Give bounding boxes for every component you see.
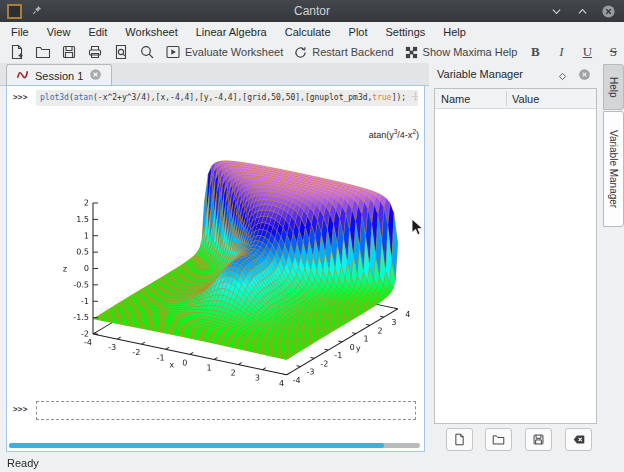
- show-maxima-help-label: Show Maxima Help: [423, 46, 518, 58]
- plot3d-surface-canvas: [40, 155, 424, 405]
- command-input[interactable]: plot3d(atan(-x^2+y^3/4),[x,-4,4],[y,-4,4…: [36, 90, 418, 106]
- load-variables-button[interactable]: [485, 428, 512, 451]
- mouse-cursor: [411, 218, 424, 241]
- strikeout-button[interactable]: S: [602, 42, 624, 62]
- variable-manager-panel: Variable Manager Name Value: [429, 62, 602, 455]
- empty-entry-prompt: >>>: [13, 405, 27, 414]
- clear-variables-button[interactable]: [565, 428, 592, 451]
- restart-backend-label: Restart Backend: [312, 46, 393, 58]
- plot-title: atan(y3/4-x2): [369, 128, 419, 140]
- panel-title: Variable Manager: [437, 68, 523, 80]
- save-button[interactable]: [58, 42, 80, 62]
- horizontal-scrollbar[interactable]: [9, 443, 420, 448]
- menu-linear-algebra[interactable]: Linear Algebra: [187, 24, 276, 40]
- command-prompt: >>>: [13, 93, 27, 102]
- side-tab-strip: Help Variable Manager: [602, 62, 624, 455]
- side-tab-help[interactable]: Help: [603, 64, 624, 110]
- command-token: (-x^2+y^3/4),[x,-4,4],[y,-4,4],[grid,50,…: [93, 93, 372, 102]
- evaluate-worksheet-label: Evaluate Worksheet: [185, 46, 283, 58]
- toolbar: Evaluate Worksheet Restart Backend Show …: [0, 41, 624, 63]
- horizontal-scrollbar-thumb[interactable]: [9, 443, 384, 448]
- drag-entry-icon[interactable]: [411, 94, 418, 103]
- menu-help[interactable]: Help: [434, 24, 475, 40]
- search-icon[interactable]: [136, 42, 158, 62]
- underline-button[interactable]: U: [576, 42, 598, 62]
- menu-plot[interactable]: Plot: [340, 24, 377, 40]
- open-button[interactable]: [32, 42, 54, 62]
- menu-settings[interactable]: Settings: [377, 24, 435, 40]
- command-token: true: [372, 93, 391, 102]
- command-token: atan: [74, 93, 93, 102]
- maxima-icon: [16, 68, 29, 83]
- menu-worksheet[interactable]: Worksheet: [116, 24, 186, 40]
- pin-icon[interactable]: [31, 2, 43, 20]
- panel-float-icon[interactable]: [557, 68, 568, 86]
- minimize-button[interactable]: [548, 3, 564, 19]
- cantor-window: Cantor File View Edit Worksheet Linear A…: [0, 0, 624, 472]
- command-token: plot3d: [40, 93, 69, 102]
- menu-file[interactable]: File: [2, 24, 38, 40]
- tab-label: Session 1: [35, 70, 83, 82]
- new-variable-button[interactable]: [446, 428, 473, 451]
- empty-entry-input[interactable]: [36, 401, 416, 420]
- menu-view[interactable]: View: [38, 24, 80, 40]
- new-worksheet-button[interactable]: [6, 42, 28, 62]
- command-token: ]);: [392, 93, 406, 102]
- tabbar: Session 1: [0, 63, 429, 86]
- restart-backend-button[interactable]: Restart Backend: [290, 43, 396, 62]
- window-title: Cantor: [0, 4, 624, 18]
- column-header-name[interactable]: Name: [435, 93, 506, 105]
- column-divider[interactable]: [506, 91, 507, 106]
- panel-header: Variable Manager: [429, 62, 602, 86]
- print-button[interactable]: [84, 42, 106, 62]
- titlebar: Cantor: [0, 0, 624, 22]
- evaluate-worksheet-button[interactable]: Evaluate Worksheet: [162, 42, 286, 62]
- menubar: File View Edit Worksheet Linear Algebra …: [0, 22, 624, 41]
- tab-session-1[interactable]: Session 1: [6, 64, 112, 86]
- maximize-button[interactable]: [574, 3, 590, 19]
- panel-close-icon[interactable]: [578, 67, 591, 85]
- status-text: Ready: [7, 457, 39, 469]
- side-tab-variable-manager[interactable]: Variable Manager: [603, 111, 624, 227]
- italic-button[interactable]: I: [550, 42, 572, 62]
- menu-calculate[interactable]: Calculate: [276, 24, 340, 40]
- show-maxima-help-button[interactable]: Show Maxima Help: [401, 43, 521, 62]
- column-header-value[interactable]: Value: [506, 93, 539, 105]
- close-button[interactable]: [600, 3, 616, 19]
- tab-close-icon[interactable]: [89, 68, 102, 83]
- variables-table: Name Value: [434, 88, 597, 424]
- menu-edit[interactable]: Edit: [79, 24, 116, 40]
- variables-table-header: Name Value: [435, 89, 596, 109]
- statusbar: Ready: [0, 454, 624, 472]
- worksheet: >>> plot3d(atan(-x^2+y^3/4),[x,-4,4],[y,…: [6, 85, 425, 452]
- bold-button[interactable]: B: [524, 42, 546, 62]
- app-icon[interactable]: [7, 4, 22, 19]
- save-variables-button[interactable]: [525, 428, 552, 451]
- print-preview-button[interactable]: [110, 42, 132, 62]
